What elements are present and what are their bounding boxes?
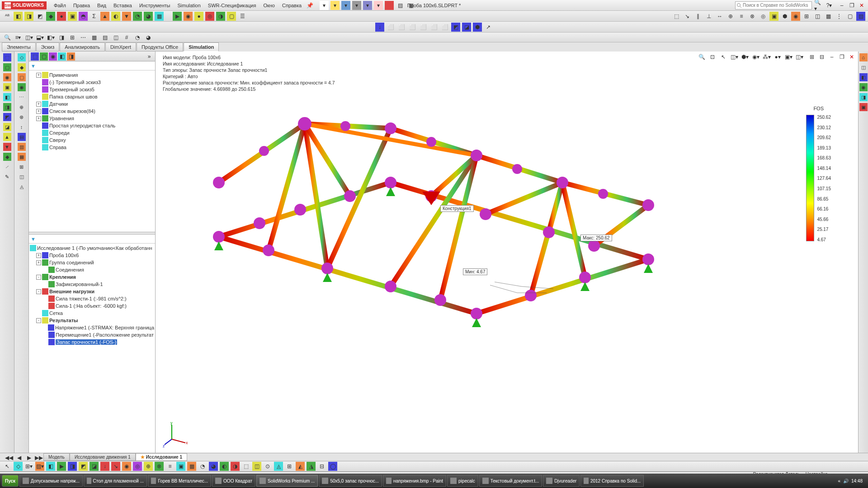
side-icon[interactable]: ◉ bbox=[3, 73, 11, 81]
sim-tb-icon[interactable]: ◧ bbox=[46, 462, 55, 471]
tb-icon[interactable]: ▣ bbox=[769, 12, 778, 21]
taskbar-item[interactable]: ООО Квадрат bbox=[212, 475, 255, 487]
sim-tb-icon[interactable]: ▨▾ bbox=[35, 462, 44, 471]
tb-icon[interactable]: ◧▾ bbox=[46, 33, 55, 42]
sim-side-icon[interactable]: ⊕ bbox=[18, 103, 26, 111]
tb-icon[interactable]: ▲ bbox=[100, 12, 109, 21]
side-icon[interactable]: ◆ bbox=[3, 153, 11, 161]
appearance-icon[interactable]: ●▾ bbox=[773, 52, 782, 61]
view-front-icon[interactable]: ⬜ bbox=[386, 23, 395, 32]
sim-tb-icon[interactable]: ↘ bbox=[111, 462, 120, 471]
side-icon[interactable]: ◧ bbox=[3, 93, 11, 101]
tray-icon[interactable]: 🔊 bbox=[843, 479, 849, 483]
tb-icon[interactable]: ▤ bbox=[100, 33, 109, 42]
tb-icon[interactable]: ◆ bbox=[46, 12, 55, 21]
select-button[interactable]: ▾ bbox=[374, 1, 383, 10]
tb-icon[interactable]: ⋯ bbox=[79, 33, 88, 42]
tree-node[interactable]: +Список вырезов(84) bbox=[30, 108, 154, 115]
tree-node[interactable]: Простая углеродистая сталь bbox=[30, 122, 154, 129]
sim-tb-icon[interactable]: ▶ bbox=[57, 462, 66, 471]
vp-grid-icon[interactable]: ⊞ bbox=[807, 52, 816, 61]
tree-node[interactable]: -Результаты bbox=[30, 317, 154, 324]
tb-icon[interactable]: ▦ bbox=[155, 12, 164, 21]
side-icon[interactable]: ▣ bbox=[3, 83, 11, 91]
sim-tb-icon[interactable]: ≡ bbox=[165, 462, 175, 471]
tree-node[interactable]: -Крепления bbox=[30, 273, 154, 281]
taskbar-item[interactable]: Текстовый документ.t... bbox=[479, 475, 542, 487]
tree-node[interactable]: Запас прочности1 (-FOS-) bbox=[30, 338, 154, 346]
view-settings-icon[interactable]: ◫▾ bbox=[795, 52, 804, 61]
scene-icon[interactable]: ▣▾ bbox=[784, 52, 793, 61]
taskbar-item[interactable]: SolidWorks Premium ... bbox=[256, 475, 318, 487]
sim-tb-icon[interactable]: ◭ bbox=[296, 462, 305, 471]
graphics-viewport[interactable]: 🔍 ⊡ ↖ ◫▾ ⬢▾ ◉▾ ⁂▾ ●▾ ▣▾ ◫▾ ⊞ ⊟ – ❐ ✕ Имя… bbox=[156, 52, 858, 453]
sim-tb-icon[interactable]: ◕ bbox=[209, 462, 218, 471]
sim-side-icon[interactable]: ▥ bbox=[18, 143, 26, 151]
tree-tab-icon[interactable]: ⬚ bbox=[31, 52, 39, 61]
tree-node[interactable]: Сетка bbox=[30, 310, 154, 317]
normal-to-icon[interactable]: ↗ bbox=[484, 23, 493, 32]
menu-item[interactable]: Окно bbox=[259, 2, 278, 9]
side-icon[interactable]: ✎ bbox=[3, 173, 11, 181]
view-back-icon[interactable]: ⬜ bbox=[397, 23, 406, 32]
taskbar-item[interactable]: напряжения.bmp - Paint bbox=[383, 475, 446, 487]
tb-icon[interactable]: ◫ bbox=[111, 33, 120, 42]
view-orient-icon[interactable]: ⬢▾ bbox=[741, 52, 750, 61]
sim-tb-icon[interactable]: ◑ bbox=[231, 462, 240, 471]
tb-icon[interactable]: # bbox=[122, 33, 131, 42]
tb-icon[interactable]: ⊥ bbox=[704, 12, 713, 21]
taskbar-item[interactable]: Стол для плазменной ... bbox=[84, 475, 147, 487]
sim-side-icon[interactable]: ⋯ bbox=[18, 93, 26, 101]
help-icon[interactable]: ?▾ bbox=[825, 1, 834, 10]
tb-icon[interactable]: ▶ bbox=[173, 12, 182, 21]
rside-icon[interactable]: ◧ bbox=[859, 73, 868, 81]
tb-icon[interactable]: ◨ bbox=[57, 33, 66, 42]
simulation-tree[interactable]: Исследование 1 (-По умолчанию<Как обрабо… bbox=[29, 244, 155, 453]
bottom-tab-motion[interactable]: Исследование движения 1 bbox=[70, 453, 136, 461]
sim-tb-icon[interactable]: ↖ bbox=[3, 462, 12, 471]
side-icon[interactable]: ▢ bbox=[3, 63, 11, 71]
tab-dimxpert[interactable]: DimXpert bbox=[105, 42, 136, 52]
tree-tab-icon[interactable]: ◨ bbox=[67, 52, 75, 61]
side-icon[interactable]: ◨ bbox=[3, 103, 11, 111]
menu-item[interactable]: Правка bbox=[70, 2, 94, 9]
menu-item[interactable]: SWR-Спецификация bbox=[204, 2, 260, 9]
sim-side-icon[interactable]: ◫ bbox=[18, 173, 26, 181]
tb-icon[interactable]: ≡ bbox=[737, 12, 746, 21]
tree-tab-icon[interactable]: ◧ bbox=[58, 52, 66, 61]
tb-icon[interactable]: ≡▾ bbox=[14, 33, 23, 42]
start-button[interactable]: Пуск bbox=[2, 475, 19, 487]
tree-node[interactable]: Сила тяжести-1 (:-981 cm/s^2:) bbox=[30, 295, 154, 302]
tb-icon[interactable]: ⊗ bbox=[748, 12, 757, 21]
side-icon[interactable]: ◪ bbox=[3, 123, 11, 131]
sim-tb-icon[interactable]: ⊗ bbox=[155, 462, 164, 471]
zoom-area-icon[interactable]: ⊡ bbox=[708, 52, 717, 61]
save-button[interactable]: ▾ bbox=[341, 1, 350, 10]
tb-icon[interactable]: ◎ bbox=[759, 12, 768, 21]
tree-node[interactable]: +Датчики bbox=[30, 100, 154, 108]
tab-evaluate[interactable]: Анализировать bbox=[60, 42, 105, 52]
tree-node[interactable]: Напряжение1 (-STRMAX: Верхняя граница bbox=[30, 324, 154, 331]
view-right-icon[interactable]: ⬜ bbox=[419, 23, 428, 32]
prev-view-icon[interactable]: ↖ bbox=[719, 52, 728, 61]
sim-tb-icon[interactable]: ◮ bbox=[307, 462, 316, 471]
sim-side-icon[interactable]: ◆ bbox=[18, 63, 26, 71]
menu-item[interactable]: Simulation bbox=[174, 2, 204, 9]
sim-tb-icon[interactable]: ◯ bbox=[328, 462, 337, 471]
tb-icon[interactable]: ⋮ bbox=[835, 12, 844, 21]
bottom-tab-model[interactable]: Модель bbox=[43, 453, 70, 461]
zoom-icon[interactable]: 🔍 bbox=[3, 33, 12, 42]
sim-side-icon[interactable]: ◬ bbox=[18, 183, 26, 191]
tb-icon[interactable]: ◐ bbox=[111, 12, 120, 21]
tb-icon[interactable]: ◎ bbox=[205, 12, 214, 21]
tree-node[interactable]: Трехмерный эскиз5 bbox=[30, 86, 154, 93]
sim-tb-icon[interactable]: ▦ bbox=[187, 462, 196, 471]
tab-sketch[interactable]: Эскиз bbox=[36, 42, 59, 52]
display-style-icon[interactable]: ◉▾ bbox=[751, 52, 760, 61]
taskbar-item[interactable]: pipecalc bbox=[447, 475, 478, 487]
sim-tb-icon[interactable]: ⊙ bbox=[263, 462, 272, 471]
sim-tb-icon[interactable]: ◬ bbox=[274, 462, 283, 471]
rside-icon[interactable]: ▣ bbox=[859, 103, 868, 111]
sim-tb-icon[interactable]: ◇ bbox=[14, 462, 23, 471]
tree-node[interactable]: Папка сварных швов bbox=[30, 93, 154, 100]
